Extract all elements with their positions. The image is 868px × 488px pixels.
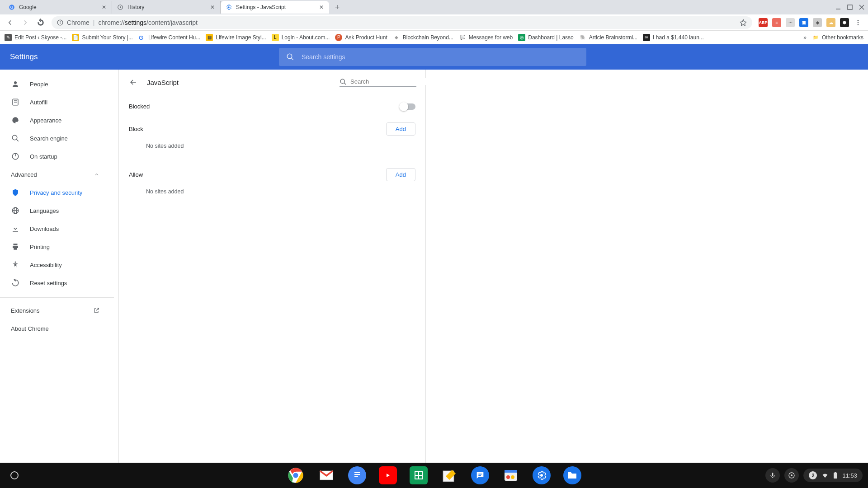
blocked-toggle[interactable]: [400, 103, 415, 110]
tab-history[interactable]: History ✕: [112, 1, 221, 14]
menu-icon[interactable]: [854, 18, 863, 27]
maximize-icon[interactable]: [847, 5, 853, 10]
extension-icon[interactable]: ▣: [799, 18, 808, 27]
close-icon[interactable]: ✕: [209, 4, 216, 10]
search-settings-input[interactable]: [302, 53, 579, 61]
bookmark-item[interactable]: 💬Messages for web: [459, 34, 513, 41]
search-icon: [286, 53, 294, 61]
svg-point-50: [540, 474, 543, 477]
status-area[interactable]: 2 11:53: [803, 469, 863, 482]
app-icon[interactable]: [502, 466, 520, 484]
sidebar-item-languages[interactable]: Languages: [0, 202, 116, 220]
star-icon[interactable]: [740, 19, 747, 26]
bookmark-item[interactable]: LLogin - About.com...: [272, 34, 330, 41]
abp-extension-icon[interactable]: ABP: [759, 18, 768, 27]
sidebar-item-autofill[interactable]: Autofill: [0, 93, 116, 111]
extension-icon[interactable]: ⋯: [786, 18, 795, 27]
history-favicon: [117, 4, 124, 11]
allow-label: Allow: [129, 171, 143, 178]
sidebar-item-extensions[interactable]: Extensions: [0, 301, 116, 319]
settings-title: Settings: [10, 52, 279, 61]
sidebar-item-people[interactable]: People: [0, 75, 116, 93]
settings-header: Settings: [0, 44, 868, 70]
reload-button[interactable]: [36, 18, 45, 27]
bookmark-item[interactable]: 🐘Article Brainstormi...: [579, 34, 637, 41]
sidebar-item-appearance[interactable]: Appearance: [0, 111, 116, 129]
block-empty-text: No sites added: [119, 138, 425, 157]
docs-app-icon[interactable]: [348, 466, 366, 484]
svg-rect-10: [60, 22, 60, 24]
svg-rect-55: [835, 472, 836, 473]
bookmark-item[interactable]: ◎Dashboard | Lasso: [518, 34, 574, 41]
tab-google[interactable]: G Google ✕: [4, 1, 112, 14]
tray-icon[interactable]: [784, 468, 799, 483]
system-tray: 2 11:53: [765, 468, 863, 483]
print-icon: [11, 242, 20, 251]
bookmarks-overflow-icon[interactable]: »: [803, 34, 807, 41]
svg-line-16: [291, 58, 293, 60]
open-external-icon: [93, 307, 99, 314]
svg-line-22: [16, 139, 19, 141]
bookmark-item[interactable]: IHI had a $1,440 laun...: [643, 34, 704, 41]
extension-icon[interactable]: ⬢: [840, 18, 849, 27]
block-label: Block: [129, 126, 143, 132]
bookmark-item[interactable]: ✎Edit Post ‹ Skyose -...: [5, 34, 66, 41]
sheets-app-icon[interactable]: [410, 466, 428, 484]
sidebar-item-accessibility[interactable]: Accessibility: [0, 256, 116, 274]
forward-button[interactable]: [21, 18, 30, 27]
launcher-button[interactable]: [5, 466, 24, 484]
bookmark-item[interactable]: ◆Blockchain Beyond...: [393, 34, 453, 41]
minimize-icon[interactable]: [835, 5, 841, 10]
extension-icon[interactable]: ◆: [813, 18, 822, 27]
sidebar-advanced-toggle[interactable]: Advanced: [0, 165, 116, 183]
sidebar-item-on-startup[interactable]: On startup: [0, 147, 116, 165]
back-arrow-button[interactable]: [128, 77, 139, 88]
new-tab-button[interactable]: +: [331, 1, 344, 14]
youtube-app-icon[interactable]: [379, 466, 397, 484]
bookmark-item[interactable]: ▦Lifewire Image Styl...: [206, 34, 266, 41]
todoist-extension-icon[interactable]: ≡: [772, 18, 781, 27]
wifi-icon: [821, 472, 829, 479]
text-app-icon[interactable]: [440, 466, 458, 484]
add-block-button[interactable]: Add: [386, 122, 415, 136]
battery-icon: [833, 472, 838, 479]
settings-app-icon[interactable]: [533, 466, 551, 484]
svg-point-48: [506, 475, 510, 479]
svg-point-12: [858, 22, 859, 23]
search-icon: [11, 134, 20, 143]
window-close-icon[interactable]: [859, 5, 864, 10]
bookmark-item[interactable]: GLifewire Content Hu...: [138, 34, 200, 41]
svg-point-29: [340, 79, 344, 83]
files-app-icon[interactable]: [563, 466, 581, 484]
mic-icon[interactable]: [765, 468, 780, 483]
site-info-icon[interactable]: [57, 19, 63, 26]
close-icon[interactable]: ✕: [318, 4, 325, 10]
sidebar-item-about-chrome[interactable]: About Chrome: [0, 319, 116, 338]
tab-settings-javascript[interactable]: Settings - JavaScript ✕: [221, 1, 329, 14]
inline-search-input[interactable]: [350, 78, 426, 85]
globe-icon: [11, 206, 20, 215]
sidebar-item-label: Search engine: [30, 135, 68, 142]
sidebar-item-label: Autofill: [30, 99, 47, 106]
bookmarks-bar: ✎Edit Post ‹ Skyose -... 📄Submit Your St…: [0, 31, 868, 44]
search-settings-box[interactable]: [279, 48, 586, 66]
messages-app-icon[interactable]: [471, 466, 489, 484]
sidebar-item-printing[interactable]: Printing: [0, 238, 116, 256]
other-bookmarks-button[interactable]: 📁Other bookmarks: [812, 34, 863, 41]
bookmark-item[interactable]: 📄Submit Your Story |...: [72, 34, 133, 41]
sidebar-item-downloads[interactable]: Downloads: [0, 220, 116, 238]
settings-sidebar: People Autofill Appearance Search engine…: [0, 70, 116, 470]
close-icon[interactable]: ✕: [101, 4, 107, 10]
back-button[interactable]: [5, 18, 14, 27]
omnibox[interactable]: Chrome | chrome://settings/content/javas…: [52, 16, 752, 29]
add-allow-button[interactable]: Add: [386, 168, 415, 181]
extension-icon[interactable]: ☁: [826, 18, 835, 27]
gmail-app-icon[interactable]: [317, 466, 335, 484]
sidebar-item-privacy-security[interactable]: Privacy and security: [0, 183, 116, 202]
svg-rect-36: [353, 469, 362, 481]
sidebar-item-search-engine[interactable]: Search engine: [0, 129, 116, 147]
inline-search-box[interactable]: [340, 78, 416, 87]
sidebar-item-reset-settings[interactable]: Reset settings: [0, 274, 116, 292]
bookmark-item[interactable]: PAsk Product Hunt: [335, 34, 387, 41]
chrome-app-icon[interactable]: [287, 466, 305, 484]
